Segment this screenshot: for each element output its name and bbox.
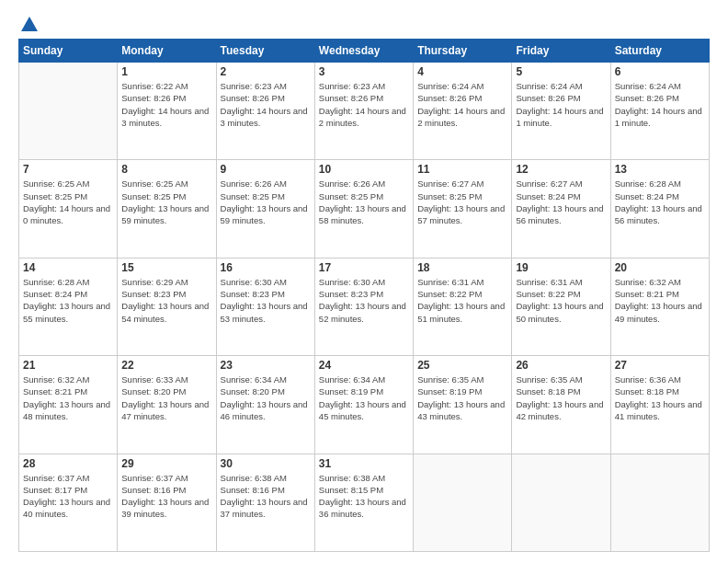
page: SundayMondayTuesdayWednesdayThursdayFrid… (0, 0, 728, 563)
weekday-header-sunday: Sunday (19, 40, 118, 63)
day-info: Sunrise: 6:34 AMSunset: 8:20 PMDaylight:… (221, 373, 311, 422)
calendar-cell (610, 454, 709, 551)
calendar-cell: 26Sunrise: 6:35 AMSunset: 8:18 PMDayligh… (512, 356, 610, 454)
calendar-cell: 31Sunrise: 6:38 AMSunset: 8:15 PMDayligh… (314, 454, 413, 551)
day-info: Sunrise: 6:35 AMSunset: 8:19 PMDaylight:… (417, 373, 507, 422)
day-info: Sunrise: 6:28 AMSunset: 8:24 PMDaylight:… (23, 276, 113, 325)
calendar-cell: 22Sunrise: 6:33 AMSunset: 8:20 PMDayligh… (118, 356, 216, 454)
day-info: Sunrise: 6:25 AMSunset: 8:25 PMDaylight:… (23, 178, 113, 226)
day-number: 27 (615, 359, 705, 372)
day-info: Sunrise: 6:27 AMSunset: 8:25 PMDaylight:… (417, 178, 507, 226)
day-number: 24 (319, 359, 409, 372)
day-info: Sunrise: 6:32 AMSunset: 8:21 PMDaylight:… (23, 373, 113, 422)
day-number: 2 (221, 65, 311, 78)
day-number: 25 (417, 359, 507, 372)
weekday-header-row: SundayMondayTuesdayWednesdayThursdayFrid… (19, 40, 710, 63)
calendar-cell (512, 454, 610, 551)
weekday-header-tuesday: Tuesday (216, 40, 314, 63)
calendar-cell: 7Sunrise: 6:25 AMSunset: 8:25 PMDaylight… (19, 160, 118, 258)
calendar-cell: 21Sunrise: 6:32 AMSunset: 8:21 PMDayligh… (19, 356, 118, 454)
day-info: Sunrise: 6:35 AMSunset: 8:18 PMDaylight:… (516, 373, 606, 422)
day-number: 7 (23, 163, 113, 176)
day-number: 18 (417, 261, 507, 274)
weekday-header-thursday: Thursday (414, 40, 512, 63)
calendar-cell: 3Sunrise: 6:23 AMSunset: 8:26 PMDaylight… (314, 63, 413, 160)
day-number: 29 (121, 457, 211, 470)
calendar-cell: 14Sunrise: 6:28 AMSunset: 8:24 PMDayligh… (19, 258, 118, 355)
day-info: Sunrise: 6:28 AMSunset: 8:24 PMDaylight:… (615, 178, 705, 226)
calendar-cell: 28Sunrise: 6:37 AMSunset: 8:17 PMDayligh… (19, 454, 118, 551)
day-number: 12 (516, 163, 606, 176)
weekday-header-saturday: Saturday (610, 40, 709, 63)
day-info: Sunrise: 6:25 AMSunset: 8:25 PMDaylight:… (121, 178, 211, 226)
weekday-header-monday: Monday (118, 40, 216, 63)
week-row-2: 7Sunrise: 6:25 AMSunset: 8:25 PMDaylight… (19, 160, 710, 258)
day-number: 23 (221, 359, 311, 372)
day-number: 20 (615, 261, 705, 274)
day-number: 5 (516, 65, 606, 78)
day-info: Sunrise: 6:24 AMSunset: 8:26 PMDaylight:… (516, 80, 606, 129)
logo-icon (19, 15, 40, 35)
day-info: Sunrise: 6:26 AMSunset: 8:25 PMDaylight:… (319, 178, 409, 226)
day-info: Sunrise: 6:37 AMSunset: 8:17 PMDaylight:… (23, 472, 113, 521)
calendar-cell: 19Sunrise: 6:31 AMSunset: 8:22 PMDayligh… (512, 258, 610, 355)
calendar-cell: 16Sunrise: 6:30 AMSunset: 8:23 PMDayligh… (216, 258, 314, 355)
calendar-cell (414, 454, 512, 551)
calendar-cell: 29Sunrise: 6:37 AMSunset: 8:16 PMDayligh… (118, 454, 216, 551)
calendar-cell: 9Sunrise: 6:26 AMSunset: 8:25 PMDaylight… (216, 160, 314, 258)
day-number: 26 (516, 359, 606, 372)
calendar-cell: 10Sunrise: 6:26 AMSunset: 8:25 PMDayligh… (314, 160, 413, 258)
day-info: Sunrise: 6:23 AMSunset: 8:26 PMDaylight:… (319, 80, 409, 129)
calendar-cell: 6Sunrise: 6:24 AMSunset: 8:26 PMDaylight… (610, 63, 709, 160)
day-number: 22 (121, 359, 211, 372)
calendar-cell: 25Sunrise: 6:35 AMSunset: 8:19 PMDayligh… (414, 356, 512, 454)
calendar-cell: 13Sunrise: 6:28 AMSunset: 8:24 PMDayligh… (610, 160, 709, 258)
day-number: 8 (121, 163, 211, 176)
day-number: 14 (23, 261, 113, 274)
day-info: Sunrise: 6:24 AMSunset: 8:26 PMDaylight:… (417, 80, 507, 129)
day-info: Sunrise: 6:33 AMSunset: 8:20 PMDaylight:… (121, 373, 211, 422)
day-number: 11 (417, 163, 507, 176)
calendar-cell (19, 63, 118, 160)
calendar-cell: 5Sunrise: 6:24 AMSunset: 8:26 PMDaylight… (512, 63, 610, 160)
day-number: 30 (221, 457, 311, 470)
weekday-header-friday: Friday (512, 40, 610, 63)
week-row-3: 14Sunrise: 6:28 AMSunset: 8:24 PMDayligh… (19, 258, 710, 355)
day-info: Sunrise: 6:23 AMSunset: 8:26 PMDaylight:… (221, 80, 311, 129)
calendar-cell: 23Sunrise: 6:34 AMSunset: 8:20 PMDayligh… (216, 356, 314, 454)
week-row-4: 21Sunrise: 6:32 AMSunset: 8:21 PMDayligh… (19, 356, 710, 454)
calendar-table: SundayMondayTuesdayWednesdayThursdayFrid… (18, 39, 710, 552)
day-number: 16 (221, 261, 311, 274)
day-number: 6 (615, 65, 705, 78)
day-number: 21 (23, 359, 113, 372)
calendar-cell: 12Sunrise: 6:27 AMSunset: 8:24 PMDayligh… (512, 160, 610, 258)
calendar-cell: 11Sunrise: 6:27 AMSunset: 8:25 PMDayligh… (414, 160, 512, 258)
day-number: 10 (319, 163, 409, 176)
day-number: 4 (417, 65, 507, 78)
day-number: 17 (319, 261, 409, 274)
logo (18, 15, 40, 31)
day-info: Sunrise: 6:22 AMSunset: 8:26 PMDaylight:… (121, 80, 211, 129)
day-info: Sunrise: 6:29 AMSunset: 8:23 PMDaylight:… (121, 276, 211, 325)
calendar-cell: 2Sunrise: 6:23 AMSunset: 8:26 PMDaylight… (216, 63, 314, 160)
day-info: Sunrise: 6:31 AMSunset: 8:22 PMDaylight:… (417, 276, 507, 325)
day-number: 9 (221, 163, 311, 176)
day-info: Sunrise: 6:27 AMSunset: 8:24 PMDaylight:… (516, 178, 606, 226)
calendar-cell: 15Sunrise: 6:29 AMSunset: 8:23 PMDayligh… (118, 258, 216, 355)
calendar-cell: 20Sunrise: 6:32 AMSunset: 8:21 PMDayligh… (610, 258, 709, 355)
svg-marker-0 (21, 17, 38, 31)
calendar-cell: 24Sunrise: 6:34 AMSunset: 8:19 PMDayligh… (314, 356, 413, 454)
day-number: 1 (121, 65, 211, 78)
day-number: 15 (121, 261, 211, 274)
day-info: Sunrise: 6:30 AMSunset: 8:23 PMDaylight:… (319, 276, 409, 325)
day-info: Sunrise: 6:37 AMSunset: 8:16 PMDaylight:… (121, 472, 211, 521)
calendar-cell: 27Sunrise: 6:36 AMSunset: 8:18 PMDayligh… (610, 356, 709, 454)
day-number: 28 (23, 457, 113, 470)
day-info: Sunrise: 6:31 AMSunset: 8:22 PMDaylight:… (516, 276, 606, 325)
day-info: Sunrise: 6:38 AMSunset: 8:15 PMDaylight:… (319, 472, 409, 521)
day-number: 3 (319, 65, 409, 78)
calendar-cell: 30Sunrise: 6:38 AMSunset: 8:16 PMDayligh… (216, 454, 314, 551)
day-info: Sunrise: 6:26 AMSunset: 8:25 PMDaylight:… (221, 178, 311, 226)
header (18, 15, 710, 31)
day-info: Sunrise: 6:38 AMSunset: 8:16 PMDaylight:… (221, 472, 311, 521)
